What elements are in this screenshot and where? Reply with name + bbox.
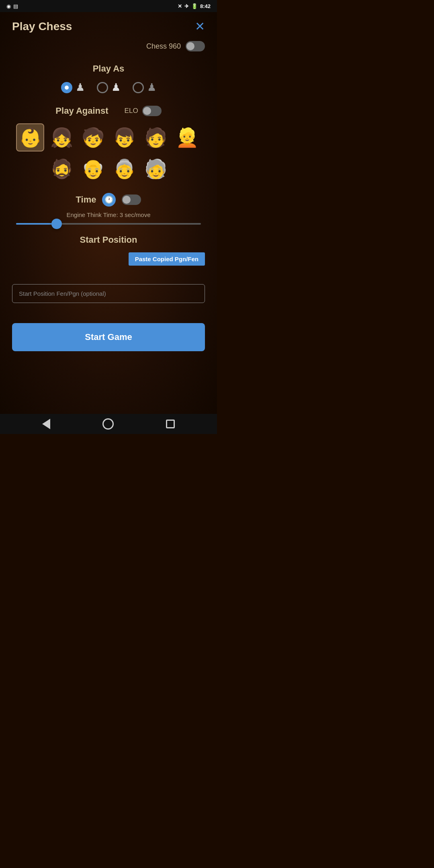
status-bar-right: ✕ ✈ 🔋 8:42 (178, 3, 211, 9)
elo-row: ELO (125, 106, 162, 116)
clock-icon: 🕐 (102, 193, 116, 207)
black-piece-icon: ♟ (147, 81, 156, 94)
avatar-beard[interactable]: 🧔 (47, 155, 76, 183)
status-bar: ◉ ▤ ✕ ✈ 🔋 8:42 (0, 0, 217, 12)
paste-button[interactable]: Paste Copied Pgn/Fen (129, 252, 205, 266)
radio-random[interactable] (97, 82, 108, 93)
recent-button[interactable] (166, 420, 175, 428)
avatar-elderly[interactable]: 🧓 (141, 155, 170, 183)
play-as-white[interactable]: ♟ (61, 81, 85, 94)
avatar-old-man[interactable]: 👴 (79, 155, 107, 183)
radio-white[interactable] (61, 82, 72, 93)
no-signal-icon: ✕ (178, 3, 182, 9)
nav-bar (0, 414, 217, 434)
chess960-row: Chess 960 (12, 41, 205, 51)
white-piece-icon: ♟ (76, 81, 85, 94)
play-as-section: Play As ♟ ♟ ♟ (12, 63, 205, 94)
back-icon (42, 419, 50, 429)
play-as-title: Play As (12, 63, 205, 74)
avatar-old-woman[interactable]: 👵 (110, 155, 138, 183)
status-bar-left: ◉ ▤ (6, 3, 18, 9)
start-game-button[interactable]: Start Game (12, 323, 205, 351)
elo-toggle-thumb (143, 107, 151, 115)
home-icon (102, 418, 114, 430)
circle-icon: ◉ (6, 3, 11, 9)
think-time-label: Engine Think Time: 3 sec/move (12, 211, 205, 218)
start-position-section: Start Position Paste Copied Pgn/Fen (12, 235, 205, 303)
avatar-person[interactable]: 🧑 (141, 123, 170, 151)
airplane-icon: ✈ (184, 3, 189, 9)
toggle-thumb (186, 42, 194, 50)
time-toggle-thumb (123, 196, 131, 204)
play-against-title: Play Against (55, 106, 108, 116)
play-against-section: Play Against ELO 👶 👧 🧒 👦 🧑 👱 🧔 👴 👵 🧓 (12, 106, 205, 183)
avatar-boy[interactable]: 👦 (110, 123, 138, 151)
paste-area: Paste Copied Pgn/Fen (12, 252, 205, 268)
header-row: Play Chess ✕ (12, 20, 205, 33)
home-button[interactable] (102, 418, 114, 430)
play-as-random[interactable]: ♟ (97, 81, 121, 94)
main-content: Play Chess ✕ Chess 960 Play As ♟ ♟ ♟ (0, 12, 217, 414)
sim-icon: ▤ (13, 3, 18, 9)
chess960-label: Chess 960 (146, 42, 181, 51)
slider-container (12, 223, 205, 225)
slider-thumb[interactable] (51, 219, 62, 229)
elo-label: ELO (125, 107, 138, 115)
chess960-toggle[interactable] (186, 41, 205, 51)
page-title: Play Chess (12, 20, 72, 33)
avatar-grid: 👶 👧 🧒 👦 🧑 👱 🧔 👴 👵 🧓 (12, 123, 205, 183)
avatar-blonde[interactable]: 👱 (173, 123, 201, 151)
avatar-child[interactable]: 🧒 (79, 123, 107, 151)
battery-icon: 🔋 (191, 3, 198, 9)
time-toggle[interactable] (122, 194, 141, 205)
elo-toggle[interactable] (142, 106, 162, 116)
play-as-options: ♟ ♟ ♟ (12, 81, 205, 94)
radio-black[interactable] (133, 82, 144, 93)
time-section: Time 🕐 Engine Think Time: 3 sec/move (12, 193, 205, 225)
avatar-baby[interactable]: 👶 (16, 123, 44, 151)
time-header: Time 🕐 (12, 193, 205, 207)
position-input[interactable] (12, 284, 205, 303)
time-title: Time (76, 194, 96, 205)
play-against-header: Play Against ELO (12, 106, 205, 116)
play-as-black[interactable]: ♟ (133, 81, 156, 94)
recent-icon (166, 420, 175, 428)
avatar-girl[interactable]: 👧 (47, 123, 76, 151)
random-piece-icon: ♟ (111, 81, 121, 94)
back-button[interactable] (42, 419, 50, 429)
time-display: 8:42 (200, 3, 211, 9)
slider-track[interactable] (16, 223, 201, 225)
close-button[interactable]: ✕ (195, 20, 205, 33)
slider-fill (16, 223, 57, 225)
start-position-title: Start Position (12, 235, 205, 245)
